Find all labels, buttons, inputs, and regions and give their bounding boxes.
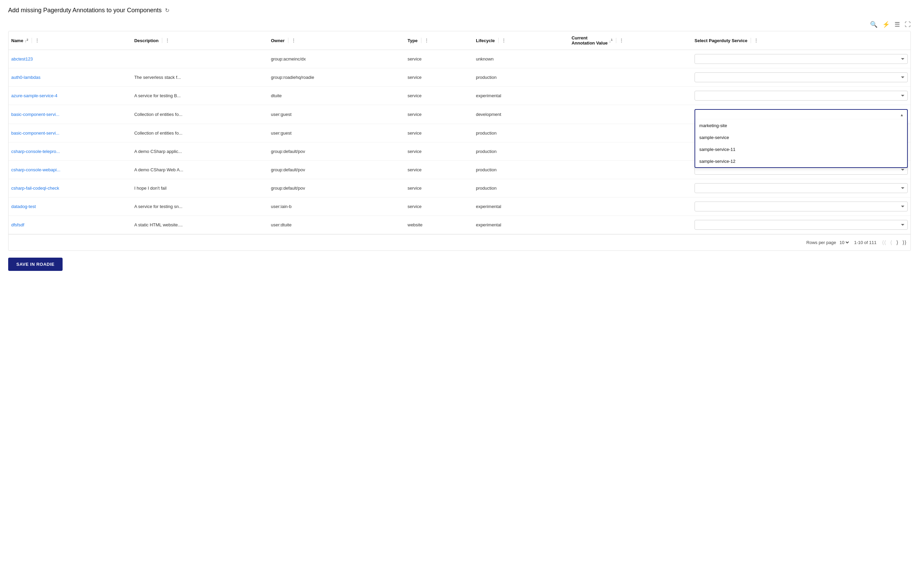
col-menu-desc[interactable]: ⋮ <box>165 38 170 43</box>
cell-description: The serverless stack f... <box>132 68 269 87</box>
cell-name: csharp-fail-codeql-check <box>8 179 132 197</box>
col-header-type: Type ⋮ <box>405 31 473 50</box>
table-footer: Rows per page 10 25 50 1-10 of 111 ⟨⟨ ⟨ … <box>8 234 911 250</box>
name-link[interactable]: csharp-console-webapi... <box>11 167 61 172</box>
col-menu-lifecycle[interactable]: ⋮ <box>502 38 506 43</box>
cell-owner: user:iain-b <box>268 197 405 216</box>
cell-select: marketing-sitesample-servicesample-servi… <box>692 50 911 68</box>
cell-type: service <box>405 105 473 124</box>
dropdown-option[interactable]: sample-service-12 <box>695 155 907 167</box>
cell-lifecycle: production <box>473 124 569 142</box>
cell-name: dfsfsdf <box>8 216 132 234</box>
cell-annotation <box>569 87 692 105</box>
name-link[interactable]: dfsfsdf <box>11 222 24 228</box>
cell-description: Collection of entities fo... <box>132 124 269 142</box>
cell-description: Collection of entities fo... <box>132 105 269 124</box>
cell-name: csharp-console-telepro... <box>8 142 132 161</box>
cell-annotation <box>569 216 692 234</box>
cell-name: basic-component-servi... <box>8 124 132 142</box>
main-table: Name ↑2 ⋮ Description ⋮ Owner <box>8 31 911 251</box>
pagerduty-select[interactable]: marketing-sitesample-servicesample-servi… <box>694 91 908 100</box>
pagerduty-search-input[interactable] <box>699 111 900 118</box>
col-menu-annotation[interactable]: ⋮ <box>619 38 624 43</box>
columns-icon[interactable]: ☰ <box>895 21 900 28</box>
cell-owner: group:roadiehq/roadie <box>268 68 405 87</box>
pagerduty-select[interactable]: marketing-sitesample-servicesample-servi… <box>694 202 908 212</box>
col-header-annotation: CurrentAnnotation Value ↓1 ⋮ <box>569 31 692 50</box>
pagination-nav: ⟨⟨ ⟨ ⟩ ⟩⟩ <box>880 239 908 246</box>
cell-name: datadog-test <box>8 197 132 216</box>
table-row: abctest123group:acmeinc/dxserviceunknown… <box>8 50 911 68</box>
pagerduty-select[interactable]: marketing-sitesample-servicesample-servi… <box>694 73 908 82</box>
col-menu-owner[interactable]: ⋮ <box>291 38 296 43</box>
cell-owner: group:acmeinc/dx <box>268 50 405 68</box>
name-link[interactable]: azure-sample-service-4 <box>11 93 57 98</box>
pagination-info: 1-10 of 111 <box>854 240 877 245</box>
dropdown-option[interactable]: sample-service <box>695 131 907 144</box>
cell-description: A service for testing B... <box>132 87 269 105</box>
cell-lifecycle: production <box>473 179 569 197</box>
col-menu-name[interactable]: ⋮ <box>35 38 39 43</box>
chevron-up-icon[interactable]: ▲ <box>900 113 904 117</box>
cell-type: service <box>405 161 473 179</box>
refresh-icon[interactable]: ↻ <box>165 7 169 14</box>
name-link[interactable]: basic-component-servi... <box>11 112 60 117</box>
cell-name: basic-component-servi... <box>8 105 132 124</box>
cell-owner: user:guest <box>268 105 405 124</box>
name-link[interactable]: basic-component-servi... <box>11 131 60 136</box>
cell-description: I hope I don't fail <box>132 179 269 197</box>
name-link[interactable]: auth0-lambdas <box>11 75 40 80</box>
save-in-roadie-button[interactable]: SAVE IN ROADIE <box>8 258 63 271</box>
cell-type: service <box>405 124 473 142</box>
search-icon[interactable]: 🔍 <box>870 21 877 28</box>
name-link[interactable]: csharp-fail-codeql-check <box>11 186 59 191</box>
pagerduty-select[interactable]: marketing-sitesample-servicesample-servi… <box>694 183 908 193</box>
cell-lifecycle: experimental <box>473 197 569 216</box>
dropdown-option[interactable]: sample-service-11 <box>695 144 907 155</box>
table-row: basic-component-servi...Collection of en… <box>8 105 911 124</box>
cell-lifecycle: production <box>473 161 569 179</box>
filter-icon[interactable]: ⚡ <box>882 21 890 28</box>
name-link[interactable]: csharp-console-telepro... <box>11 149 60 154</box>
fullscreen-icon[interactable]: ⛶ <box>905 21 911 28</box>
dropdown-wrapper: ▲marketing-sitesample-servicesample-serv… <box>694 109 908 120</box>
col-menu-select[interactable]: ⋮ <box>754 38 759 43</box>
dropdown-option[interactable]: marketing-site <box>695 120 907 131</box>
table-row: csharp-fail-codeql-checkI hope I don't f… <box>8 179 911 197</box>
cell-lifecycle: development <box>473 105 569 124</box>
col-menu-type[interactable]: ⋮ <box>424 38 429 43</box>
name-link[interactable]: datadog-test <box>11 204 36 209</box>
cell-description: A demo CSharp Web A... <box>132 161 269 179</box>
col-header-lifecycle: Lifecycle ⋮ <box>473 31 569 50</box>
rows-per-page-label: Rows per page <box>806 240 836 245</box>
cell-type: service <box>405 142 473 161</box>
cell-annotation <box>569 197 692 216</box>
cell-description <box>132 50 269 68</box>
cell-owner: group:default/pov <box>268 161 405 179</box>
name-link[interactable]: abctest123 <box>11 57 33 61</box>
last-page-button[interactable]: ⟩⟩ <box>901 239 908 246</box>
cell-owner: user:guest <box>268 124 405 142</box>
table-header-row: Name ↑2 ⋮ Description ⋮ Owner <box>8 31 911 50</box>
first-page-button[interactable]: ⟨⟨ <box>880 239 887 246</box>
pagerduty-select[interactable]: marketing-sitesample-servicesample-servi… <box>694 54 908 64</box>
rows-per-page-select[interactable]: 10 25 50 <box>838 240 850 246</box>
col-header-name: Name ↑2 ⋮ <box>8 31 132 50</box>
cell-annotation <box>569 142 692 161</box>
cell-type: service <box>405 197 473 216</box>
cell-type: service <box>405 68 473 87</box>
cell-select: marketing-sitesample-servicesample-servi… <box>692 68 911 87</box>
cell-lifecycle: experimental <box>473 87 569 105</box>
cell-type: service <box>405 87 473 105</box>
cell-type: website <box>405 216 473 234</box>
table-row: azure-sample-service-4A service for test… <box>8 87 911 105</box>
next-page-button[interactable]: ⟩ <box>895 239 900 246</box>
pagerduty-select[interactable]: marketing-sitesample-servicesample-servi… <box>694 220 908 230</box>
cell-annotation <box>569 161 692 179</box>
table-row: datadog-testA service for testing sn...u… <box>8 197 911 216</box>
cell-select: marketing-sitesample-servicesample-servi… <box>692 87 911 105</box>
cell-select: marketing-sitesample-servicesample-servi… <box>692 197 911 216</box>
cell-annotation <box>569 105 692 124</box>
dropdown-popup: marketing-sitesample-servicesample-servi… <box>694 120 908 168</box>
prev-page-button[interactable]: ⟨ <box>889 239 893 246</box>
